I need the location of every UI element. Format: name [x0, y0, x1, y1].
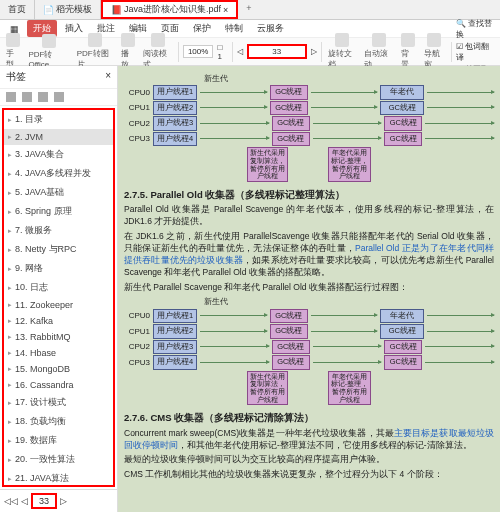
- toc-item[interactable]: 14. Hbase: [4, 345, 113, 361]
- toc-item[interactable]: 11. Zookeeper: [4, 297, 113, 313]
- tool-pdfoffice[interactable]: PDF转Office: [26, 34, 70, 69]
- tool-autoscroll[interactable]: 自动滚动: [362, 33, 395, 70]
- sidebar-close-icon[interactable]: ×: [105, 70, 111, 84]
- toc-item[interactable]: 5. JAVA基础: [4, 183, 113, 202]
- sb-icon-3[interactable]: [38, 92, 48, 102]
- tool-hand[interactable]: 手型: [4, 33, 22, 70]
- toolbar: 手型 PDF转Office PDF转图片 播放 阅读模式 100% □ 1 ◁ …: [0, 38, 500, 66]
- tool-find[interactable]: 🔍 查找替换: [456, 18, 496, 40]
- sb-icon-2[interactable]: [22, 92, 32, 102]
- toc-item[interactable]: 2. JVM: [4, 129, 113, 145]
- toc-item[interactable]: 6. Spring 原理: [4, 202, 113, 221]
- page-prev-icon[interactable]: ◁: [237, 47, 243, 56]
- page-first-icon[interactable]: ◁◁: [4, 496, 18, 506]
- tab-add[interactable]: +: [238, 0, 259, 19]
- diagram-2: 新生代CPU0用户线程1GC线程年老代CPU1用户线程2GC线程GC线程CPU2…: [124, 296, 494, 405]
- sidebar: 书签× 1. 目录2. JVM3. JAVA集合4. JAVA多线程并发5. J…: [0, 66, 118, 512]
- toc-item[interactable]: 19. 数据库: [4, 431, 113, 450]
- para-1: Parallel Old 收集器是 Parallel Scavenge 的年老代…: [124, 204, 494, 228]
- tab-home[interactable]: 首页: [0, 0, 35, 19]
- sb-icon-1[interactable]: [6, 92, 16, 102]
- page-prev2-icon[interactable]: ◁: [21, 496, 28, 506]
- diagram-1: 新生代CPU0用户线程1GC线程年老代CPU1用户线程2GC线程GC线程CPU2…: [124, 73, 494, 182]
- sidebar-title: 书签: [6, 70, 26, 84]
- toc-item[interactable]: 12. Kafka: [4, 313, 113, 329]
- tool-rotate[interactable]: 旋转文档: [326, 33, 359, 70]
- toc-item[interactable]: 4. JAVA多线程并发: [4, 164, 113, 183]
- document-content: 新生代CPU0用户线程1GC线程年老代CPU1用户线程2GC线程GC线程CPU2…: [118, 66, 500, 512]
- para-3: 新生代 Parallel Scavenge 和年老代 Parallel Old …: [124, 282, 494, 294]
- toc-item[interactable]: 15. MongoDB: [4, 361, 113, 377]
- tab-document[interactable]: 📕Java进阶核心知识集.pdf ×: [101, 0, 238, 19]
- menu-protect[interactable]: 保护: [187, 20, 217, 37]
- heading-275: 2.7.5. Parallel Old 收集器（多线程标记整理算法）: [124, 188, 494, 201]
- toc-item[interactable]: 1. 目录: [4, 110, 113, 129]
- tab-wps[interactable]: 📄稻壳模板: [35, 0, 101, 19]
- page-input[interactable]: 33: [247, 44, 307, 59]
- fit-toggle[interactable]: □ 1: [217, 43, 227, 61]
- toc-item[interactable]: 3. JAVA集合: [4, 145, 113, 164]
- tool-nav[interactable]: 导航窗: [422, 33, 448, 70]
- sb-icon-4[interactable]: [54, 92, 64, 102]
- tool-bg[interactable]: 背景: [399, 33, 417, 70]
- para-5: 最短的垃圾收集停顿时间可以为交互比较高的程序提高用户体验。: [124, 454, 494, 466]
- zoom-level[interactable]: 100%: [183, 45, 213, 58]
- toc-item[interactable]: 7. 微服务: [4, 221, 113, 240]
- toc-item[interactable]: 8. Netty 与RPC: [4, 240, 113, 259]
- tool-play[interactable]: 播放: [119, 33, 137, 70]
- toc-item[interactable]: 10. 日志: [4, 278, 113, 297]
- para-4: Concurrent mark sweep(CMS)收集器是一种年老代垃圾收集器…: [124, 428, 494, 452]
- tool-readmode[interactable]: 阅读模式: [141, 33, 174, 70]
- toc-item[interactable]: 16. Cassandra: [4, 377, 113, 393]
- toc-item[interactable]: 18. 负载均衡: [4, 412, 113, 431]
- page-next-icon[interactable]: ▷: [311, 47, 317, 56]
- tool-wrap[interactable]: ☑ 包词翻译: [456, 41, 496, 63]
- toc-item[interactable]: 21. JAVA算法: [4, 469, 113, 487]
- toc-item[interactable]: 9. 网络: [4, 259, 113, 278]
- menu-special[interactable]: 特制: [219, 20, 249, 37]
- toc-item[interactable]: 13. RabbitMQ: [4, 329, 113, 345]
- toc-item[interactable]: 20. 一致性算法: [4, 450, 113, 469]
- para-6: CMS 工作机制相比其他的垃圾收集器来说更复杂，整个过程分为以下 4 个阶段：: [124, 469, 494, 481]
- page-next2-icon[interactable]: ▷: [60, 496, 67, 506]
- heading-276: 2.7.6. CMS 收集器（多线程标记清除算法）: [124, 411, 494, 424]
- menu-cloud[interactable]: 云服务: [251, 20, 290, 37]
- tool-pdfimg[interactable]: PDF转图片: [75, 33, 115, 70]
- toc-list: 1. 目录2. JVM3. JAVA集合4. JAVA多线程并发5. JAVA基…: [2, 108, 115, 487]
- footer-page[interactable]: 33: [31, 493, 57, 509]
- sidebar-footer: ◁◁ ◁ 33 ▷: [0, 489, 117, 512]
- toc-item[interactable]: 17. 设计模式: [4, 393, 113, 412]
- para-2: 在 JDK1.6 之前，新生代使用 ParallelScavenge 收集器只能…: [124, 231, 494, 279]
